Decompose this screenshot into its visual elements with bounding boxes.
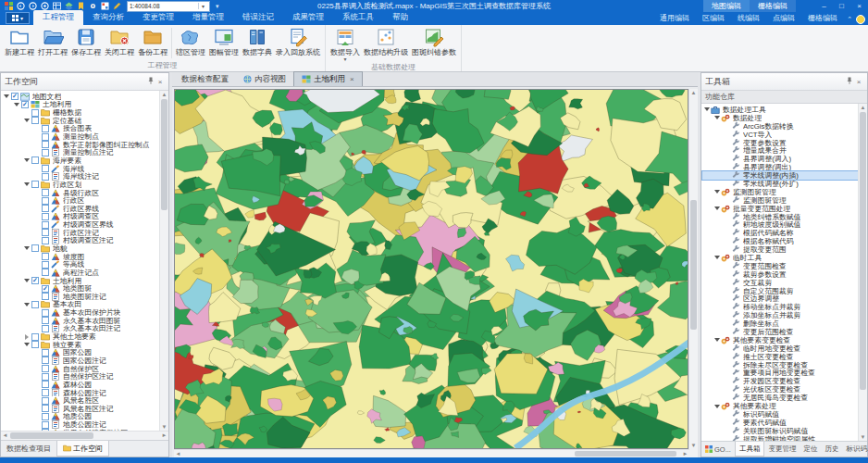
panel-tab[interactable]: 工作空间 <box>56 441 109 457</box>
layer-checkbox[interactable] <box>31 301 39 308</box>
expander-icon[interactable] <box>703 106 711 113</box>
layer-checkbox[interactable] <box>42 381 49 388</box>
ribbon-button[interactable]: 保存工程 <box>69 26 103 60</box>
layer-checkbox[interactable] <box>42 229 49 236</box>
tool-tree-item[interactable]: 根据名称赋代码 <box>702 237 858 245</box>
map-vertical-scrollbar[interactable]: ▲ ▼ <box>688 89 698 449</box>
layer-tree-item[interactable]: 森林公园 <box>2 381 159 389</box>
layer-checkbox[interactable] <box>42 389 49 396</box>
horizontal-scrollbar[interactable]: ◄ ► <box>1 431 168 440</box>
qat-overflow-icon[interactable]: ▾ <box>216 3 219 10</box>
pin-icon[interactable] <box>845 77 854 86</box>
layer-tree-item[interactable]: 县级行政区 <box>2 189 159 197</box>
layer-checkbox[interactable]: ✓ <box>21 101 29 108</box>
layer-tree-item[interactable]: 基本农田保护片块 <box>2 308 159 317</box>
tool-tree-item[interactable]: VCT导入 <box>702 131 858 139</box>
tool-tree-item[interactable]: 变更后范围检查 <box>702 328 858 336</box>
ribbon-button[interactable]: 数据导入▾ <box>329 26 362 62</box>
layer-tree-item[interactable]: 风景名胜区 <box>2 396 159 405</box>
layer-checkbox[interactable] <box>42 149 49 156</box>
expander-icon[interactable] <box>23 244 31 252</box>
tool-tree-item[interactable]: 拆除未尽区变更检查 <box>702 361 858 369</box>
layer-tree-item[interactable]: 自然保护区注记 <box>2 372 159 381</box>
layer-tree-item[interactable]: 定位基础 <box>2 117 159 125</box>
bookmark-icon[interactable] <box>76 2 85 11</box>
panel-tab[interactable]: 历史 <box>821 442 842 457</box>
expander-icon[interactable] <box>23 333 31 341</box>
vertical-scrollbar[interactable]: ▲ ▼ <box>159 91 168 431</box>
scrollbar-thumb[interactable] <box>10 432 93 439</box>
layer-checkbox[interactable] <box>31 333 39 341</box>
edit-tab[interactable]: 栅格编辑 <box>801 11 844 25</box>
layer-tree-item[interactable]: 栅格数据 <box>2 108 159 117</box>
collapse-ribbon-icon[interactable]: ⌃ <box>847 16 852 23</box>
layer-checkbox[interactable] <box>42 197 49 205</box>
scrollbar-thumb[interactable] <box>161 99 167 210</box>
expander-icon[interactable] <box>713 188 721 195</box>
scroll-right-icon[interactable]: ► <box>681 450 689 458</box>
layer-checkbox[interactable] <box>42 253 49 260</box>
help-bulb-icon[interactable] <box>856 15 865 24</box>
scroll-down-icon[interactable]: ▼ <box>689 442 698 449</box>
layer-checkbox[interactable] <box>31 156 39 164</box>
layer-tree-item[interactable]: 国家公园注记 <box>2 357 159 365</box>
panel-tab[interactable]: 定位 <box>800 442 821 457</box>
tool-tree-item[interactable]: 增量成果合并 <box>702 146 858 155</box>
close-panel-icon[interactable]: × <box>854 78 863 86</box>
document-tab[interactable]: 土地利用× <box>293 71 363 86</box>
layer-tree-item[interactable]: 风景名胜区注记 <box>2 405 159 413</box>
layer-checkbox[interactable] <box>42 397 49 405</box>
tool-tree-item[interactable]: 数据处理工具 <box>702 106 858 114</box>
layer-tree-item[interactable]: 测量控制点 <box>2 132 159 141</box>
panel-tab[interactable]: 标识码... <box>842 442 868 457</box>
layer-checkbox[interactable] <box>42 405 49 412</box>
scrollbar-thumb[interactable] <box>860 112 866 390</box>
close-panel-icon[interactable]: × <box>155 78 165 86</box>
layer-tree-item[interactable]: ✓土地利用 <box>2 277 159 285</box>
ribbon-button[interactable]: 数据字典 <box>241 26 274 60</box>
map-canvas[interactable] <box>174 89 688 449</box>
layer-tree-item[interactable]: ✓地类图斑 <box>2 284 159 293</box>
expander-icon[interactable] <box>13 101 20 108</box>
layer-tree-item[interactable]: 地质公园注记 <box>2 420 159 429</box>
expander-icon[interactable] <box>3 93 10 100</box>
layer-tree-item[interactable]: 海岸线注记 <box>2 172 159 181</box>
layer-checkbox[interactable] <box>42 213 49 220</box>
ribbon-button[interactable]: 备份工程 <box>136 26 169 60</box>
close-button[interactable]: × <box>850 0 868 12</box>
scrollbar-thumb[interactable] <box>690 200 697 330</box>
vertical-scrollbar[interactable]: ▲ ▼ <box>858 104 867 441</box>
tool-tree-item[interactable]: 自定义范围裁剪 <box>702 287 858 295</box>
scroll-down-icon[interactable]: ▼ <box>859 433 867 441</box>
layer-tree-item[interactable]: ✓地图文档 <box>2 93 159 101</box>
layer-checkbox[interactable]: ✓ <box>11 93 19 100</box>
layer-tree-item[interactable]: 永久基本农田图斑 <box>2 317 159 325</box>
tool-tree-item[interactable]: 监测图斑管理 <box>702 188 858 196</box>
expander-icon[interactable] <box>713 114 721 121</box>
tool-tree-item[interactable]: 根据代码赋名称 <box>702 229 858 237</box>
expander-icon[interactable] <box>713 403 721 410</box>
layer-checkbox[interactable] <box>42 421 49 429</box>
ribbon-button[interactable]: 图幅管理 <box>207 26 241 60</box>
scroll-down-icon[interactable]: ▼ <box>160 423 168 431</box>
layer-tree-item[interactable]: 森林公园注记 <box>2 389 159 397</box>
pin-icon[interactable] <box>146 77 155 86</box>
layer-tree-item[interactable]: 行政区注记 <box>2 229 159 237</box>
layer-tree-item[interactable]: 村级调查区注记 <box>2 237 159 245</box>
tool-tree-item[interactable]: 其他要素变更检查 <box>702 336 858 344</box>
scroll-up-icon[interactable]: ▲ <box>859 104 867 111</box>
mapgis-logo-icon[interactable] <box>4 2 13 11</box>
edit-tab[interactable]: 线编辑 <box>731 11 766 25</box>
tool-tree-item[interactable]: 删除坐标点 <box>702 319 858 328</box>
layer-checkbox[interactable] <box>42 317 49 324</box>
layer-checkbox[interactable] <box>31 109 39 117</box>
layer-checkbox[interactable] <box>31 244 39 252</box>
tool-tree-item[interactable]: 地类纠错系数赋值 <box>702 213 858 221</box>
layer-tree-item[interactable]: 基本农田 <box>2 301 159 309</box>
layer-tree-item[interactable]: 测量控制点注记 <box>2 148 159 156</box>
tool-tree-item[interactable]: 添加坐标点并裁剪 <box>702 311 858 319</box>
expander-icon[interactable] <box>713 336 721 344</box>
redo-icon[interactable] <box>28 2 37 11</box>
tool-tree-item[interactable]: 交互裁剪 <box>702 279 858 287</box>
document-tab[interactable]: 内容视图 <box>236 72 293 86</box>
